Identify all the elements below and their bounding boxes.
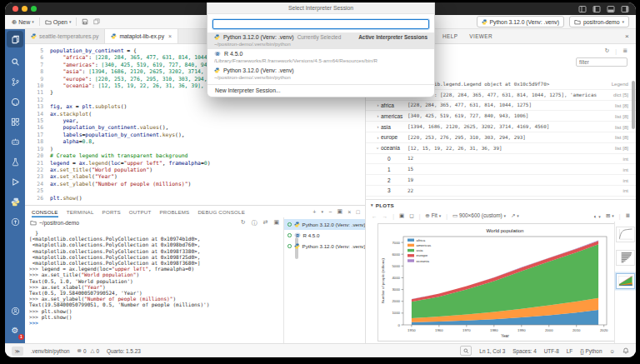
maximize-panel-icon[interactable]: □ <box>357 209 360 215</box>
toggle-panel-icon[interactable] <box>607 5 615 13</box>
tab-seattle-temperatures[interactable]: seattle-temperatures.py <box>25 29 105 43</box>
toggle-secondary-sidebar-icon[interactable] <box>621 5 629 13</box>
plot-thumbnail-line[interactable] <box>616 227 635 242</box>
sidebar-item-python-env[interactable] <box>7 192 23 212</box>
code-line[interactable]: 17 labels=population_by_continent.keys()… <box>25 132 365 138</box>
session-item[interactable]: Python 3.12.0 (Venv: .venv) <box>284 219 365 230</box>
duplicate-session-icon[interactable]: ▣ <box>274 219 280 227</box>
open-button[interactable]: Open▾ <box>45 19 72 25</box>
variable-row[interactable]: 322int <box>366 186 636 197</box>
close-icon[interactable]: × <box>625 32 636 40</box>
tab-viewer[interactable]: VIEWER <box>469 33 492 39</box>
interpreter-option[interactable]: Python 3.12.0 (Venv: .venv)~/positron-de… <box>208 66 434 82</box>
variables-filter-input[interactable] <box>576 57 628 67</box>
code-line[interactable]: 12 <box>25 97 365 103</box>
variable-row[interactable]: 115int <box>366 164 636 175</box>
status-problems[interactable]: ⊗0 △0 <box>78 347 99 354</box>
tab-problems[interactable]: PROBLEMS <box>159 207 189 217</box>
restart-console-icon[interactable]: ↻ <box>241 219 246 227</box>
code-line[interactable]: 15 year, <box>25 117 365 124</box>
expand-chevron-icon[interactable]: › <box>375 102 381 107</box>
code-line[interactable]: 26plt.show() <box>25 195 365 202</box>
sidebar-item-github[interactable] <box>7 92 23 112</box>
interpreter-selector-button[interactable]: Python 3.12.0 (Venv: .venv) <box>477 16 565 27</box>
variable-row[interactable]: ›oceania[12, 15, 19, 22, 26, 31, 36, 39]… <box>366 143 636 154</box>
sidebar-item-source-control[interactable] <box>7 72 23 92</box>
expand-chevron-icon[interactable]: › <box>376 145 381 151</box>
remote-indicator-icon[interactable]: ≫ <box>12 347 23 356</box>
status-interpreter[interactable]: .venv/bin/python <box>31 348 70 354</box>
tab-console[interactable]: CONSOLE <box>32 207 58 217</box>
code-line[interactable]: 19) <box>25 146 365 152</box>
variables-scrollbar[interactable] <box>632 81 635 129</box>
status-language[interactable]: {} Python <box>580 348 602 354</box>
variable-row[interactable]: ›americas[340, 425, 519, 619, 727, 840, … <box>366 111 636 122</box>
sidebar-item-search[interactable] <box>7 52 23 72</box>
switch-session-icon[interactable]: ⇄ <box>263 219 268 227</box>
status-indentation[interactable]: Spaces: 4 <box>512 348 536 354</box>
interpreter-option[interactable]: Python 3.12.0 (Venv: .venv)Currently Sel… <box>208 32 434 49</box>
close-panel-icon[interactable]: × <box>348 209 351 215</box>
plot-canvas[interactable]: 0100020003000400050006000700019501960197… <box>378 223 615 342</box>
expand-chevron-icon[interactable]: › <box>375 135 381 140</box>
tab-ports[interactable]: PORTS <box>102 207 121 217</box>
status-eol[interactable]: LF <box>567 348 572 354</box>
plots-menu-icon[interactable]: ≣ <box>625 212 630 219</box>
save-plot-icon[interactable]: ▣ <box>399 212 404 219</box>
chevron-down-icon[interactable]: ▾ <box>321 209 323 214</box>
working-directory[interactable]: ~/positron-demo <box>39 220 79 226</box>
save-button[interactable] <box>82 18 88 25</box>
close-tab-icon[interactable]: × <box>168 33 172 39</box>
copy-plot-icon[interactable]: ◻ <box>409 212 413 219</box>
new-session-button[interactable]: + <box>312 209 316 215</box>
close-window-button[interactable] <box>12 6 18 12</box>
workspace-selector-button[interactable]: positron-demo ▾ <box>569 16 629 27</box>
variable-row[interactable]: 012int <box>366 154 636 165</box>
sidebar-item-extensions[interactable] <box>7 112 23 132</box>
feedback-button[interactable]: ☺ <box>609 348 615 354</box>
new-button[interactable]: ⊕ New▾ <box>12 18 34 26</box>
status-cursor-position[interactable]: Ln 1, Col 3 <box>479 348 505 354</box>
fit-plot-button[interactable]: ⊕ Fit ▾ <box>425 212 441 219</box>
code-line[interactable]: 20# Create legend with transparent backg… <box>25 152 365 159</box>
status-encoding[interactable]: UTF-8 <box>544 348 559 354</box>
split-panel-icon[interactable]: ▣ <box>337 208 342 215</box>
new-interpreter-session-item[interactable]: New Interpreter Session... <box>208 84 434 97</box>
minimize-window-button[interactable] <box>22 6 28 12</box>
info-icon[interactable]: ⓘ <box>252 219 258 227</box>
minimize-panel-icon[interactable]: − <box>328 209 332 215</box>
interpreter-option[interactable]: RR 4.5.0/Library/Frameworks/R.framework/… <box>208 49 434 66</box>
variables-menu-icon[interactable]: ≣ <box>622 47 628 54</box>
previous-plot-button[interactable]: ← <box>372 213 378 219</box>
code-line[interactable]: 18 alpha=0.8, <box>25 138 365 145</box>
plot-thumbnail-stacked-area[interactable] <box>616 273 635 289</box>
plots-header[interactable]: ▾ PLOTS <box>366 200 636 210</box>
zoom-window-button[interactable] <box>31 6 37 12</box>
console-output[interactable]: }[<matplotlib.collections.PolyCollection… <box>29 230 279 338</box>
variable-row[interactable]: ›asia[1394, 1686, 2120, 2625, 3202, 3714… <box>366 122 636 132</box>
variable-row[interactable]: 219int <box>366 175 636 186</box>
tab-help[interactable]: HELP <box>442 33 458 39</box>
share-plot-button[interactable]: ↗ ▾ <box>511 212 519 219</box>
session-item[interactable]: RR 4.5.0 <box>284 230 365 241</box>
code-line[interactable]: 23ax.set_xlabel("Year") <box>25 173 365 180</box>
tab-mataplot-lib-ex[interactable]: mataplot-lib-ex.py × <box>105 29 178 43</box>
tab-terminal[interactable]: TERMINAL <box>67 207 94 217</box>
save-all-button[interactable] <box>93 18 100 25</box>
variable-row[interactable]: ›africa[228, 284, 365, 477, 631, 814, 10… <box>366 101 636 112</box>
code-line[interactable]: 14ax.stackplot( <box>25 111 365 117</box>
tab-debug-console[interactable]: DEBUG CONSOLE <box>198 207 245 217</box>
plot-theme-icon[interactable]: ◐ ▾ <box>594 213 601 219</box>
zoom-status-button[interactable] <box>460 346 472 356</box>
toggle-primary-sidebar-icon[interactable] <box>592 5 601 13</box>
account-button[interactable] <box>7 301 23 321</box>
sidebar-item-testing[interactable] <box>7 152 23 172</box>
code-line[interactable]: 13fig, ax = plt.subplots() <box>25 103 365 110</box>
expand-chevron-icon[interactable]: › <box>375 124 381 129</box>
expand-chevron-icon[interactable]: › <box>375 113 381 118</box>
notifications-button[interactable] <box>622 347 629 354</box>
customize-layout-icon[interactable] <box>578 5 587 13</box>
sidebar-item-publish[interactable] <box>7 212 23 232</box>
code-line[interactable]: 24ax.set_ylabel("Number of people (milli… <box>25 181 365 187</box>
session-item[interactable]: Python 3.12.0 (Venv: .venv) <box>284 241 365 252</box>
